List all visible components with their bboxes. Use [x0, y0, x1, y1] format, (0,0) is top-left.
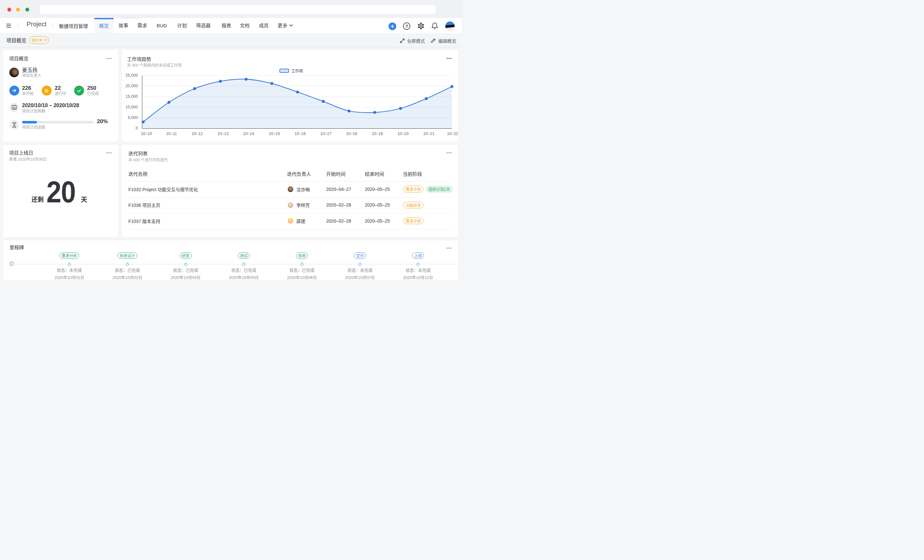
- svg-text:?: ?: [405, 23, 408, 29]
